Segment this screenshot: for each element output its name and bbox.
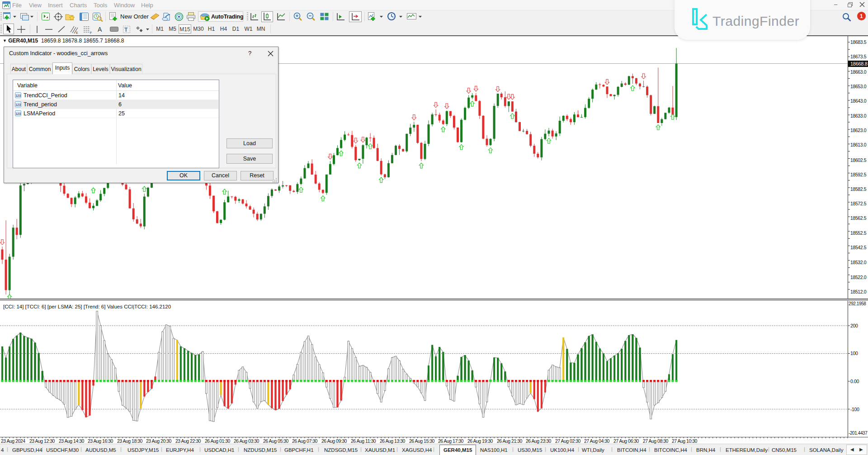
svg-text:E: E bbox=[76, 31, 78, 34]
svg-text:F: F bbox=[90, 31, 92, 34]
svg-text:T: T bbox=[124, 27, 128, 33]
